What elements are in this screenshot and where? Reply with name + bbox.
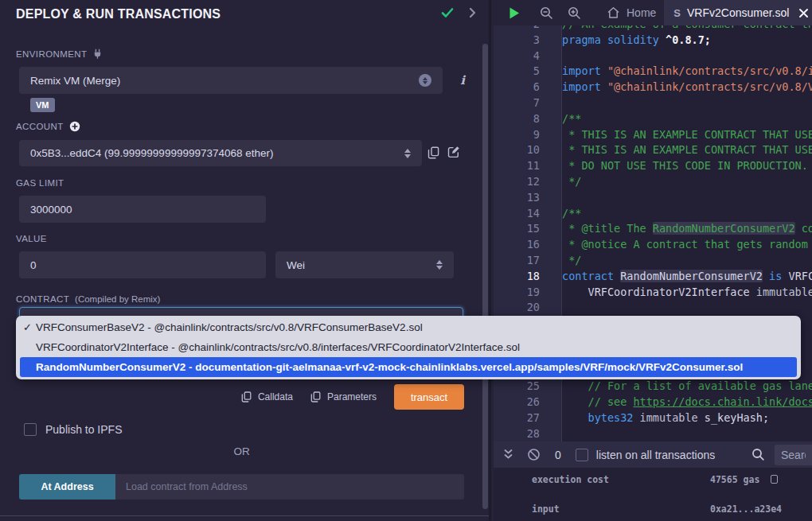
code-line[interactable]: 9 * THIS IS AN EXAMPLE CONTRACT THAT USE…	[494, 127, 812, 143]
terminal-search-input[interactable]	[775, 445, 812, 465]
account-label: ACCOUNT	[16, 121, 80, 132]
value-unit-select[interactable]: Wei	[275, 251, 454, 278]
tab-vrfv2consumer[interactable]: S VRFv2Consumer.sol	[664, 0, 812, 25]
panel-header: DEPLOY & RUN TRANSACTIONS	[0, 0, 489, 32]
edit-account-icon[interactable]	[447, 146, 460, 158]
terminal-row-value: 47565 gas	[710, 474, 759, 485]
contract-dropdown-item[interactable]: ✓VRFConsumerBaseV2 - @chainlink/contract…	[16, 317, 801, 337]
line-number: 18	[494, 269, 540, 285]
line-number: 14	[494, 206, 540, 222]
chevron-right-icon[interactable]	[467, 6, 478, 20]
code-line[interactable]: 25 // For a list of available gas lanes	[494, 379, 812, 395]
close-icon[interactable]	[798, 8, 809, 18]
parameters-button[interactable]: Parameters	[310, 391, 377, 402]
panel-divider	[0, 515, 489, 516]
copy-icon	[241, 391, 252, 402]
tab-home[interactable]: Home	[599, 0, 664, 25]
copy-icon[interactable]	[771, 475, 778, 484]
plus-icon[interactable]	[69, 121, 80, 132]
vm-badge: VM	[30, 98, 55, 112]
chevron-up-down-icon	[404, 149, 411, 158]
editor-pane: Home S VRFv2Consumer.sol 2// An example …	[494, 0, 812, 521]
code-line[interactable]: 27 bytes32 immutable s_keyHash;	[494, 410, 812, 426]
line-number: 25	[494, 379, 540, 395]
transact-button[interactable]: transact	[394, 384, 464, 410]
home-icon	[607, 6, 620, 19]
copy-account-icon[interactable]	[427, 146, 439, 159]
gas-limit-input[interactable]: 3000000	[19, 196, 266, 223]
code-line[interactable]: 18contract RandomNumberConsumerV2 is VRF…	[494, 269, 812, 285]
code-line[interactable]: 20	[494, 300, 812, 316]
line-number: 8	[494, 111, 540, 127]
code-line[interactable]: 28	[494, 426, 812, 441]
terminal-output: execution cost47565 gasinput0xa21...a23e…	[494, 468, 812, 521]
value-amount: 0	[30, 259, 37, 271]
listen-checkbox[interactable]	[576, 449, 588, 461]
terminal-row-key: input	[532, 504, 710, 515]
line-number: 28	[494, 426, 540, 441]
environment-label: ENVIRONMENT	[16, 49, 103, 59]
or-separator: OR	[0, 445, 483, 457]
terminal-toolbar: 0 listen on all transactions	[494, 441, 812, 468]
account-value: 0x5B3...eddC4 (99.99999999999997374068 e…	[30, 147, 274, 159]
code-line[interactable]: 12 */	[494, 174, 812, 190]
code-line[interactable]: 16 * @notice A contract that gets random…	[494, 237, 812, 253]
line-number: 7	[494, 95, 540, 111]
environment-select[interactable]: Remix VM (Merge)	[19, 67, 443, 94]
at-address-row: At Address	[19, 474, 464, 500]
zoom-out-icon[interactable]	[540, 6, 553, 20]
contract-dropdown-item[interactable]: RandomNumberConsumerV2 - documentation-g…	[20, 357, 797, 377]
zoom-in-icon[interactable]	[568, 6, 581, 20]
line-number: 26	[494, 395, 540, 410]
contract-dropdown-list: ✓VRFConsumerBaseV2 - @chainlink/contract…	[16, 316, 801, 379]
code-line[interactable]: 26 // see https://docs.chain.link/docs/	[494, 395, 812, 410]
code-line[interactable]: 6import "@chainlink/contracts/src/v0.8/V…	[494, 80, 812, 95]
line-number: 16	[494, 237, 540, 253]
publish-to-ipfs-row: Publish to IPFS	[24, 423, 123, 436]
publish-checkbox[interactable]	[24, 423, 37, 436]
code-line[interactable]: 15 * @title The RandomNumberConsumerV2 c…	[494, 221, 812, 237]
contract-dropdown-item[interactable]: VRFCoordinatorV2Interface - @chainlink/c…	[16, 337, 801, 357]
calldata-label: Calldata	[258, 391, 293, 402]
gas-limit-label: GAS LIMIT	[16, 178, 64, 188]
code-line[interactable]: 13	[494, 190, 812, 206]
code-line[interactable]: 11 * DO NOT USE THIS CODE IN PRODUCTION.	[494, 158, 812, 174]
deploy-action-row: Calldata Parameters transact	[19, 384, 464, 410]
value-input[interactable]: 0	[19, 251, 266, 278]
contract-option-label: VRFCoordinatorV2Interface - @chainlink/c…	[36, 341, 520, 353]
code-line[interactable]: 14/**	[494, 206, 812, 222]
gas-limit-value: 3000000	[30, 204, 72, 216]
panel-scrollbar[interactable]	[482, 44, 488, 509]
line-number: 11	[494, 158, 540, 174]
at-address-input[interactable]	[115, 474, 464, 500]
calldata-button[interactable]: Calldata	[241, 391, 293, 402]
code-line[interactable]: 7	[494, 95, 812, 111]
check-icon: ✓	[23, 321, 36, 333]
code-line[interactable]: 17 */	[494, 253, 812, 269]
contract-label-suffix: (Compiled by Remix)	[75, 294, 160, 304]
terminal-row: execution cost47565 gas	[532, 474, 812, 485]
home-tab-label: Home	[627, 6, 656, 19]
line-number: 17	[494, 253, 540, 269]
at-address-button[interactable]: At Address	[19, 474, 115, 500]
code-line[interactable]: 3pragma solidity ^0.8.7;	[494, 33, 812, 49]
clear-console-icon[interactable]	[527, 448, 541, 461]
code-line[interactable]: 19 VRFCoordinatorV2Interface immutable	[494, 285, 812, 301]
line-number: 20	[494, 300, 540, 316]
value-label: VALUE	[16, 234, 47, 243]
deploy-run-panel: DEPLOY & RUN TRANSACTIONS ENVIRONMENT Re…	[0, 0, 491, 521]
play-icon[interactable]	[508, 6, 521, 20]
code-line[interactable]: 8/**	[494, 111, 812, 127]
info-icon[interactable]: i	[457, 73, 468, 87]
code-line[interactable]: 2// An example of a consumer contract th	[494, 25, 812, 33]
line-number: 9	[494, 127, 540, 143]
code-line[interactable]: 4	[494, 49, 812, 64]
transaction-count-badge: 0	[555, 449, 561, 461]
file-tab-label: VRFv2Consumer.sol	[687, 6, 789, 19]
double-chevron-down-icon[interactable]	[503, 449, 513, 461]
line-number: 4	[494, 49, 540, 64]
account-select[interactable]: 0x5B3...eddC4 (99.99999999999997374068 e…	[19, 140, 422, 166]
code-line[interactable]: 5import "@chainlink/contracts/src/v0.8/i…	[494, 64, 812, 80]
code-line[interactable]: 10 * THIS IS AN EXAMPLE CONTRACT THAT US…	[494, 142, 812, 158]
contract-option-label: VRFConsumerBaseV2 - @chainlink/contracts…	[36, 321, 423, 333]
